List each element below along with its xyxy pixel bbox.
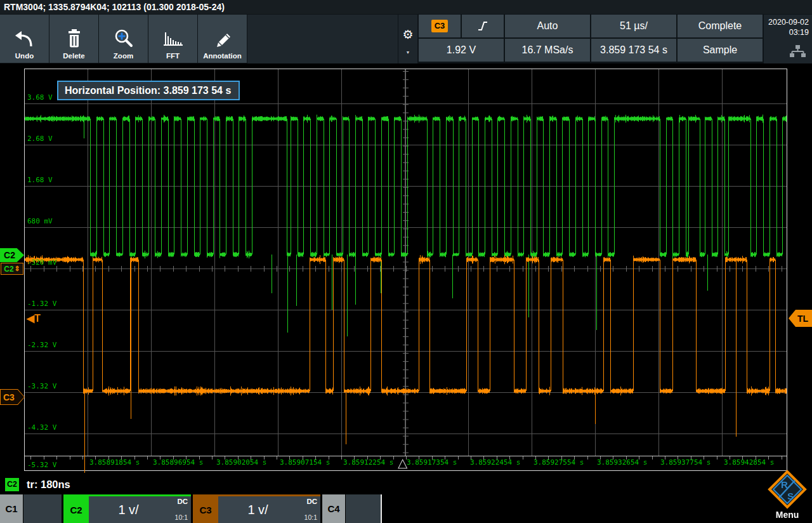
y-axis-label: 3.68 V [27,93,53,102]
measurement-results-row: C2 tr: 180ns [0,475,812,494]
time-label: 3.85891854 s [89,458,140,467]
c2-scale: 1 v/ [118,503,161,517]
annotation-button[interactable]: Annotation [198,15,247,63]
c4-settings-tile[interactable] [346,494,381,523]
y-axis-label: -1.32 V [27,300,56,308]
fft-label: FFT [166,52,180,60]
waveform-traces [0,63,812,475]
toolbar: Undo Delete Zoom FFT Annotation ⚙ ▼ C3 [0,14,812,63]
spectrum-icon [162,25,184,52]
trigger-level-cell[interactable]: 1.92 V [419,39,504,62]
c3-coupling: DC [306,498,317,505]
rising-edge-icon [476,19,490,33]
network-icon [764,45,806,60]
zoom-label: Zoom [114,52,133,60]
c3-scale: 1 v/ [247,503,291,517]
y-axis-label: 2.68 V [27,135,53,143]
y-axis-label: -2.32 V [27,341,56,349]
datetime-panel: 2020-09-02 03:19 [764,15,812,63]
delete-label: Delete [63,52,85,60]
toolbar-settings-column[interactable]: ⚙ ▼ [398,15,417,63]
undo-icon [15,25,35,52]
time-label: 3.85927554 s [534,458,584,467]
c1-settings-tile[interactable] [23,494,62,523]
timebase-cell[interactable]: 51 µs/ [591,15,676,37]
y-axis-label: 1.68 V [27,176,53,184]
channel-c3[interactable]: C3 1 v/ DC 10:1 [193,494,320,523]
waveform-display[interactable]: C2 C2⇕ ◀T C3 TL △ Horizontal Position: 3… [0,63,812,475]
trigger-level-marker[interactable]: ◀T [27,312,41,324]
c2-badge[interactable]: C2 [63,496,89,523]
undo-button[interactable]: Undo [0,15,49,63]
acquisition-mode-cell[interactable]: Sample [678,39,763,62]
time-label: 3.85912254 s [343,458,393,467]
annotation-label: Annotation [203,52,242,60]
time-label: 3.85932654 s [597,458,647,467]
time-label: 3.85942854 s [724,458,774,467]
y-axis-label: -3.32 V [27,382,56,390]
pencil-icon [213,25,233,52]
y-axis-label: -4.32 V [27,423,56,432]
svg-text:S: S [787,491,794,501]
time-label: 3.85922454 s [470,458,520,467]
time-label: 3.85896954 s [153,458,203,467]
channel-c2[interactable]: C2 1 v/ DC 10:1 [63,494,191,523]
trigger-slope-cell[interactable] [462,15,504,37]
time-label: 3.85917354 s [407,458,457,467]
date-text: 2020-09-02 [764,17,809,27]
c3-probe: 10:1 [304,513,317,521]
horizontal-position-cell[interactable]: 3.859 173 54 s [591,39,676,62]
c3-settings-tile[interactable]: 1 v/ DC 10:1 [218,496,320,523]
trigger-source-cell[interactable]: C3 [419,15,461,37]
oscilloscope-screen: { "title_bar": {"text": "RTM3004; 1335.8… [0,0,812,523]
sample-rate-cell[interactable]: 16.7 MSa/s [505,39,590,62]
updown-arrows-icon: ⇕ [15,265,20,273]
channel-bar: C1 C2 1 v/ DC 10:1 C3 1 v/ DC 10:1 C4 [0,494,812,523]
gear-icon[interactable]: ⚙ [402,29,413,41]
channel-c4[interactable]: C4 [322,494,381,523]
acquisition-status-cell[interactable]: Complete [678,15,763,37]
fft-button[interactable]: FFT [148,15,197,63]
trigger-source-badge: C3 [431,20,448,32]
magnifier-plus-icon [114,25,133,52]
time-label: 3.85937754 s [660,458,710,467]
c4-badge[interactable]: C4 [322,494,345,523]
time-label: 3.85902054 s [216,458,266,467]
title-bar: RTM3004; 1335.8794K04; 102113 (01.300 20… [0,0,812,14]
status-grid: C3 Auto 51 µs/ Complete 1.92 V 16.7 MSa/… [419,15,763,63]
c3-badge[interactable]: C3 [193,496,218,523]
toolbar-spacer [247,15,398,63]
channel-c1[interactable]: C1 [0,494,62,523]
c2-settings-tile[interactable]: 1 v/ DC 10:1 [89,496,191,523]
y-axis-label: -320 mV [27,258,56,267]
y-axis-label: -5.32 V [27,461,56,469]
horizontal-position-tooltip: Horizontal Position: 3.859 173 54 s [57,81,240,100]
zoom-button[interactable]: Zoom [99,15,148,63]
delete-button[interactable]: Delete [49,15,98,63]
menu-label: Menu [763,510,812,520]
trash-icon [65,25,83,52]
trigger-mode-cell[interactable]: Auto [505,15,590,37]
rohde-schwarz-logo-icon: R S [768,470,807,509]
c2-probe: 10:1 [175,513,188,521]
result-channel-badge: C2 [5,478,19,491]
undo-label: Undo [15,52,34,60]
c2-drag-marker[interactable]: C2⇕ [1,263,23,275]
c2-coupling: DC [177,498,188,505]
time-text: 03:19 [764,27,809,37]
c1-badge[interactable]: C1 [0,494,23,523]
time-label: 3.85907154 s [280,458,330,467]
menu-button[interactable]: R S Menu [763,470,812,523]
chevron-down-icon[interactable]: ▼ [406,50,410,55]
channel-bar-separator [381,494,382,523]
y-axis-label: 680 mV [27,217,53,225]
result-value: tr: 180ns [27,479,70,491]
